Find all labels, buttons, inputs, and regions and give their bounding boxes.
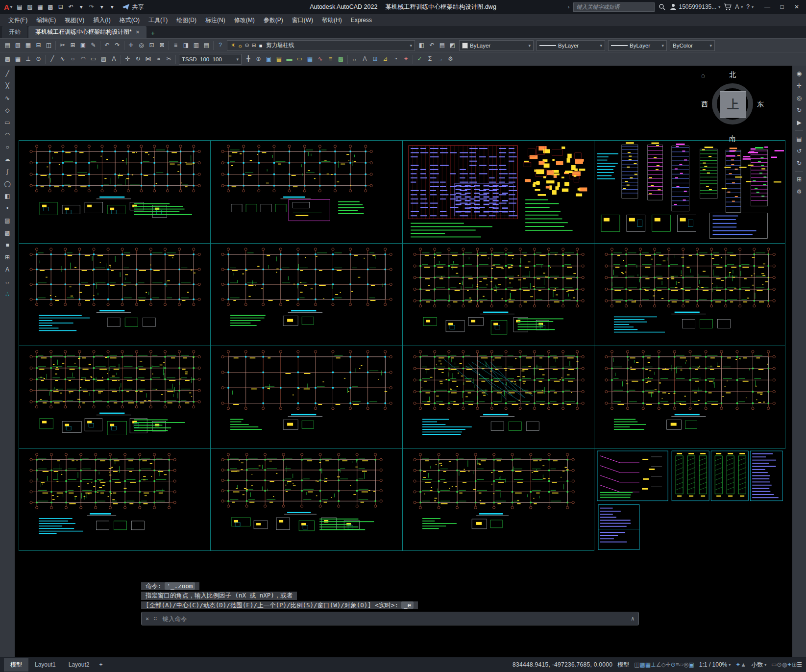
hatch-icon[interactable]: ▨ (98, 54, 109, 64)
save-as-icon[interactable]: ▩ (45, 3, 55, 10)
save-icon[interactable]: ▦ (23, 40, 33, 50)
pan-tool-icon[interactable]: ✛ (794, 81, 804, 90)
ellipse-tool-icon[interactable]: ◯ (2, 179, 12, 188)
command-grip-icon[interactable]: ∷ (153, 615, 157, 622)
tssd-calc-icon[interactable]: Σ (425, 54, 435, 64)
help-icon[interactable]: ? (215, 40, 225, 50)
lineweight-combo[interactable]: ByLayer▾ (608, 40, 667, 51)
units-button[interactable]: 小数▾ (749, 661, 769, 669)
cart-icon[interactable] (724, 3, 732, 11)
tssd-export-icon[interactable]: → (435, 54, 445, 64)
move-icon[interactable]: ✛ (122, 54, 133, 64)
designcenter-icon[interactable]: ◨ (181, 40, 191, 50)
save-icon[interactable]: ▦ (35, 3, 45, 10)
tssd-settings-icon[interactable]: ⚙ (445, 54, 456, 64)
drawing-canvas[interactable]: ⌂ 北 南 西 东 上 命令:'_.zoom 指定窗口的角点，输入比例因子 (n… (15, 66, 792, 657)
menu-item-2[interactable]: 视图(V) (60, 14, 89, 26)
tssd-column-section-icon[interactable]: ▤ (274, 54, 284, 64)
lineweight-icon[interactable]: ≡ (676, 661, 679, 668)
arc-icon[interactable]: ◠ (78, 54, 88, 64)
search-input[interactable] (573, 2, 655, 12)
isolate-objects-icon[interactable]: ◍ (782, 661, 787, 668)
snap-icon[interactable]: ▩ (640, 661, 645, 668)
tool-palettes-icon[interactable]: ▥ (191, 40, 201, 50)
hatch-tool-icon[interactable]: ▨ (2, 216, 12, 225)
view-back-icon[interactable]: ↺ (794, 147, 804, 155)
model-space-toggle[interactable]: 模型 (615, 661, 632, 669)
drawing-panel-14[interactable] (210, 448, 402, 551)
layer-isolate-icon[interactable]: ◩ (447, 40, 458, 50)
layout-tab-layout2[interactable]: Layout2 (62, 659, 96, 671)
annotation-autoscale-icon[interactable]: ▲ (740, 661, 746, 668)
menu-item-10[interactable]: 窗口(W) (288, 14, 318, 26)
cut-icon[interactable]: ✂ (57, 40, 68, 50)
transparency-icon[interactable]: ▱ (679, 661, 684, 668)
tssd-stair-icon[interactable]: ≡ (325, 54, 336, 64)
drawing-panel-11[interactable] (402, 346, 594, 448)
minimize-button[interactable]: — (760, 0, 775, 14)
infer-constraints-icon[interactable]: ◫ (634, 661, 639, 668)
polyline-icon[interactable]: ∿ (57, 54, 68, 64)
pan-icon[interactable]: ✛ (126, 40, 136, 50)
match-properties-icon[interactable]: ✎ (88, 40, 98, 50)
plotstyle-combo[interactable]: ByColor▾ (670, 40, 715, 51)
point-tool-icon[interactable]: • (2, 204, 12, 213)
layer-states-icon[interactable]: ▤ (437, 40, 447, 50)
table-tool-icon[interactable]: ⊞ (2, 253, 12, 262)
view-forward-icon[interactable]: ↻ (794, 159, 804, 168)
fullnav-wheel-icon[interactable]: ◉ (794, 69, 804, 78)
grid-toggle-icon[interactable]: ▦ (13, 54, 23, 64)
viewcube-west[interactable]: 西 (701, 100, 708, 109)
otrack-icon[interactable]: ✛ (666, 661, 671, 668)
redo-icon[interactable]: ↷ (86, 3, 97, 10)
tssd-text-icon[interactable]: A (360, 54, 370, 64)
insert-block-icon[interactable]: ◧ (2, 192, 12, 200)
mtext-tool-icon[interactable]: A (2, 265, 12, 274)
trim-icon[interactable]: ✂ (164, 54, 174, 64)
maximize-button[interactable]: □ (775, 0, 789, 14)
gradient-tool-icon[interactable]: ▩ (2, 228, 12, 237)
orbit-tool-icon[interactable]: ↻ (794, 106, 804, 115)
linetype-combo[interactable]: ByLayer▾ (537, 40, 605, 51)
menu-item-11[interactable]: 帮助(H) (318, 14, 346, 26)
open-icon[interactable]: ▧ (13, 40, 23, 50)
osnap-toggle-icon[interactable]: ⊙ (33, 54, 44, 64)
layer-walk-icon[interactable]: ▤ (794, 134, 804, 143)
annotation-visibility-icon[interactable]: ✦ (735, 661, 740, 668)
menu-item-4[interactable]: 格式(O) (115, 14, 144, 26)
layout-tab-layout1[interactable]: Layout1 (28, 659, 62, 671)
ortho-icon[interactable]: ⊥ (651, 661, 656, 668)
dim-tool-icon[interactable]: ↔ (2, 277, 12, 286)
settings-icon[interactable]: ⚙ (794, 187, 804, 196)
menu-item-1[interactable]: 编辑(E) (32, 14, 60, 26)
menu-item-8[interactable]: 修改(M) (230, 14, 259, 26)
tssd-slab-icon[interactable]: ▦ (305, 54, 315, 64)
tssd-check-icon[interactable]: ✓ (415, 54, 425, 64)
coordinates-readout[interactable]: 834448.9415, -497236.7685, 0.0000 (513, 661, 612, 668)
tssd-column-icon[interactable]: ▣ (264, 54, 274, 64)
tssd-table-icon[interactable]: ⊞ (370, 54, 380, 64)
drawing-panel-9[interactable] (19, 346, 210, 448)
plot-icon[interactable]: ⊟ (33, 40, 44, 50)
paste-icon[interactable]: ▣ (78, 40, 88, 50)
isodraft-icon[interactable]: ◇ (661, 661, 665, 668)
drawing-panel-5[interactable] (19, 243, 210, 346)
drawing-panel-2[interactable] (210, 140, 402, 243)
drawing-panel-13[interactable] (19, 448, 210, 551)
palette-dots-icon[interactable]: ∴ (2, 290, 12, 299)
command-input[interactable] (161, 615, 626, 623)
viewcube-south[interactable]: 南 (700, 134, 765, 143)
rect-tool-icon[interactable]: ▭ (2, 118, 12, 127)
showmotion-icon[interactable]: ▶ (794, 118, 804, 127)
tab-document[interactable]: 某机械工程训练中心框架结构设计图* ✕ (28, 26, 147, 38)
drawing-panel-4[interactable] (594, 140, 785, 243)
plot-icon[interactable]: ⊟ (55, 3, 66, 10)
rotate-icon[interactable]: ↻ (133, 54, 143, 64)
qnew-icon[interactable]: ▤ (2, 40, 13, 50)
copy-icon[interactable]: ⊞ (68, 40, 78, 50)
mirror-icon[interactable]: ⋈ (143, 54, 153, 64)
undo-icon[interactable]: ↶ (102, 40, 112, 50)
redo-icon[interactable]: ↷ (112, 40, 122, 50)
menu-item-9[interactable]: 参数(P) (259, 14, 288, 26)
tssd-beam-section-icon[interactable]: ▭ (294, 54, 305, 64)
